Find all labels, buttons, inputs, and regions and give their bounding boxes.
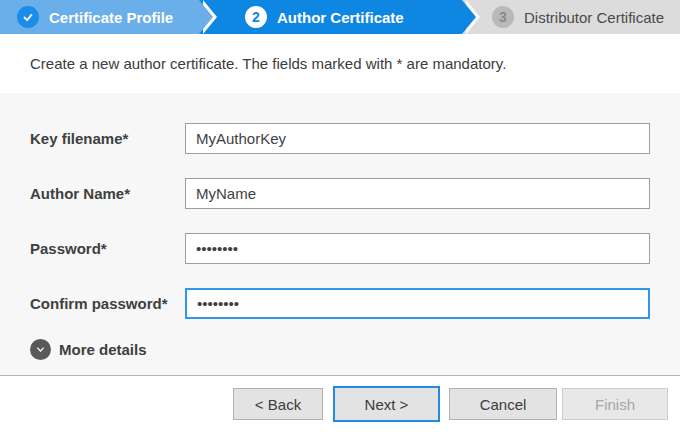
step-arrow [462, 0, 476, 34]
form-area: Key filename* Author Name* Password* Con… [0, 93, 680, 375]
step-author-certificate: 2 Author Certificate [199, 0, 462, 34]
author-name-input[interactable] [185, 178, 650, 209]
step-label-certificate-profile: Certificate Profile [49, 9, 173, 26]
next-button[interactable]: Next > [333, 386, 440, 422]
confirm-password-label: Confirm password* [30, 295, 185, 312]
key-filename-row: Key filename* [30, 123, 650, 154]
back-button[interactable]: < Back [233, 388, 323, 420]
step-arrow [199, 0, 213, 34]
more-details-toggle[interactable]: More details [30, 339, 650, 360]
password-label: Password* [30, 240, 185, 257]
cancel-button[interactable]: Cancel [449, 388, 557, 420]
password-row: Password* [30, 233, 650, 264]
step-certificate-profile: Certificate Profile [0, 0, 199, 34]
step-label-distributor-certificate: Distributor Certificate [524, 9, 664, 26]
step-label-author-certificate: Author Certificate [277, 9, 404, 26]
step-number-badge: 3 [492, 6, 514, 28]
finish-button: Finish [562, 388, 668, 420]
key-filename-label: Key filename* [30, 130, 185, 147]
confirm-password-input[interactable] [185, 288, 650, 319]
step-distributor-certificate: 3 Distributor Certificate [462, 0, 680, 34]
more-details-label: More details [59, 341, 147, 358]
confirm-password-row: Confirm password* [30, 288, 650, 319]
author-name-row: Author Name* [30, 178, 650, 209]
step-number-badge: 2 [245, 6, 267, 28]
certificate-wizard-dialog: Certificate Profile 2 Author Certificate… [0, 0, 680, 432]
description-area: Create a new author certificate. The fie… [0, 34, 680, 93]
wizard-stepper: Certificate Profile 2 Author Certificate… [0, 0, 680, 34]
description-text: Create a new author certificate. The fie… [30, 55, 506, 72]
button-bar: < Back Next > Cancel Finish [0, 375, 680, 432]
author-name-label: Author Name* [30, 185, 185, 202]
password-input[interactable] [185, 233, 650, 264]
chevron-down-icon [30, 339, 51, 360]
check-icon [17, 6, 39, 28]
key-filename-input[interactable] [185, 123, 650, 154]
